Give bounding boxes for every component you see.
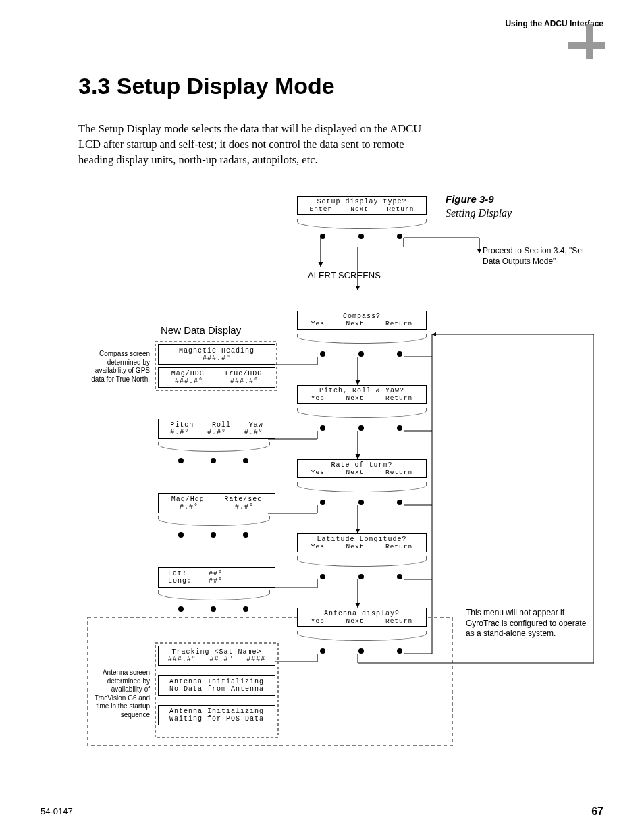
lcd-setup-btn-next: Next bbox=[350, 205, 369, 213]
lcd-compass-dots bbox=[304, 351, 419, 357]
lcd-latlon-return: Return bbox=[385, 543, 412, 550]
box-pry-dots bbox=[165, 458, 262, 463]
lcd-antenna-yes: Yes bbox=[311, 617, 325, 625]
tracking-v3: #### bbox=[246, 656, 265, 663]
box-tracking: Tracking <Sat Name> ###.#° ##.#° #### bbox=[158, 646, 275, 666]
lcd-rot-yes: Yes bbox=[311, 469, 325, 476]
box-rot-dots bbox=[165, 532, 262, 538]
lon-label: Long: bbox=[161, 577, 209, 585]
init1-l2: No Data from Antenna bbox=[161, 685, 272, 693]
dot bbox=[397, 500, 402, 505]
lcd-setup-btn-return: Return bbox=[387, 205, 414, 213]
lcd-latlon: Latitude Longitude? Yes Next Return bbox=[297, 533, 427, 552]
dot bbox=[358, 648, 364, 654]
init2-l1: Antenna Initializing bbox=[161, 708, 272, 715]
lcd-antenna-next: Next bbox=[346, 617, 365, 625]
dot bbox=[243, 606, 248, 612]
lcd-compass: Compass? Yes Next Return bbox=[297, 311, 427, 330]
lcd-setup-btn-enter: Enter bbox=[310, 205, 333, 213]
dot bbox=[358, 574, 364, 579]
header-cross-mark bbox=[570, 34, 603, 68]
lcd-pry: Pitch, Roll & Yaw? Yes Next Return bbox=[297, 385, 427, 404]
lcd-compass-q: Compass? bbox=[298, 311, 426, 320]
lcd-setup-question: Setup display type? bbox=[298, 197, 426, 205]
pry-h2: Roll bbox=[212, 421, 231, 429]
lcd-rot-next: Next bbox=[346, 469, 365, 476]
lcd-setup-dots bbox=[304, 234, 419, 239]
dot bbox=[320, 234, 325, 239]
maghdg-v1: ###.#° bbox=[175, 377, 203, 385]
dot bbox=[178, 606, 184, 612]
maghdg-h1: Mag/HDG bbox=[171, 370, 205, 377]
rot-v1: #.#° bbox=[180, 503, 198, 511]
lcd-compass-return: Return bbox=[385, 320, 412, 328]
init1-l1: Antenna Initializing bbox=[161, 678, 272, 685]
lcd-pry-yes: Yes bbox=[311, 394, 325, 402]
dot bbox=[397, 648, 402, 654]
intro-paragraph: The Setup Display mode selects the data … bbox=[78, 121, 429, 167]
dot bbox=[320, 574, 325, 579]
lcd-antenna-dots bbox=[304, 648, 419, 654]
flowchart-diagram: Setup display type? Enter Next Return AL… bbox=[68, 189, 594, 756]
pry-h1: Pitch bbox=[170, 421, 194, 429]
dot bbox=[320, 425, 325, 431]
dot bbox=[211, 458, 216, 463]
dot bbox=[397, 234, 402, 239]
mag-heading-l2: ###.#° bbox=[161, 355, 272, 362]
lcd-latlon-next: Next bbox=[346, 543, 365, 550]
lcd-antenna-return: Return bbox=[385, 617, 412, 625]
lat-label: Lat: bbox=[161, 570, 209, 577]
lcd-setup: Setup display type? Enter Next Return bbox=[297, 196, 427, 215]
dot bbox=[243, 458, 248, 463]
dot bbox=[358, 500, 364, 505]
lcd-latlon-yes: Yes bbox=[311, 543, 325, 550]
dot bbox=[320, 648, 325, 654]
box-pry: Pitch Roll Yaw #.#° #.#° #.#° bbox=[158, 419, 275, 439]
box-mag-true-hdg: Mag/HDG True/HDG ###.#° ###.#° bbox=[158, 367, 275, 388]
mag-heading-l1: Magnetic Heading bbox=[161, 347, 272, 355]
dot bbox=[358, 425, 364, 431]
dot bbox=[397, 574, 402, 579]
box-antenna-init-2: Antenna Initializing Waiting for POS Dat… bbox=[158, 705, 275, 725]
box-latlon: Lat: ##° Long: ##° bbox=[158, 567, 275, 588]
lcd-latlon-dots bbox=[304, 574, 419, 579]
section-title: 3.3 Setup Display Mode bbox=[78, 73, 335, 99]
lcd-rot-return: Return bbox=[385, 469, 412, 476]
lcd-pry-dots bbox=[304, 425, 419, 431]
lcd-antenna-q: Antenna display? bbox=[298, 608, 426, 617]
maghdg-h2: True/HDG bbox=[224, 370, 262, 377]
lcd-pry-q: Pitch, Roll & Yaw? bbox=[298, 386, 426, 394]
pry-v3: #.#° bbox=[244, 429, 263, 436]
box-magnetic-heading: Magnetic Heading ###.#° bbox=[158, 344, 275, 365]
lat-value: ##° bbox=[209, 570, 223, 577]
lcd-pry-next: Next bbox=[346, 394, 365, 402]
lcd-rot-q: Rate of turn? bbox=[298, 460, 426, 469]
tracking-l1: Tracking <Sat Name> bbox=[161, 648, 272, 656]
tracking-v2: ##.#° bbox=[209, 656, 233, 663]
lcd-pry-return: Return bbox=[385, 394, 412, 402]
lcd-rot: Rate of turn? Yes Next Return bbox=[297, 459, 427, 478]
dot bbox=[243, 532, 248, 538]
lcd-rot-dots bbox=[304, 500, 419, 505]
lcd-antenna: Antenna display? Yes Next Return bbox=[297, 608, 427, 627]
dot bbox=[397, 351, 402, 357]
rot-v2: #.#° bbox=[235, 503, 254, 511]
tracking-v1: ###.#° bbox=[168, 656, 196, 663]
init2-l2: Waiting for POS Data bbox=[161, 715, 272, 723]
maghdg-v2: ###.#° bbox=[230, 377, 259, 385]
rot-h1: Mag/Hdg bbox=[171, 496, 205, 503]
dot bbox=[211, 532, 216, 538]
pry-h3: Yaw bbox=[249, 421, 263, 429]
dot bbox=[358, 234, 364, 239]
lcd-compass-next: Next bbox=[346, 320, 365, 328]
rot-h2: Rate/sec bbox=[224, 496, 262, 503]
doc-number: 54-0147 bbox=[41, 806, 73, 816]
box-rot: Mag/Hdg Rate/sec #.#° #.#° bbox=[158, 493, 275, 513]
box-latlon-dots bbox=[165, 606, 262, 612]
dot bbox=[358, 351, 364, 357]
dot bbox=[211, 606, 216, 612]
lon-value: ##° bbox=[209, 577, 223, 585]
box-antenna-init-1: Antenna Initializing No Data from Antenn… bbox=[158, 675, 275, 696]
lcd-compass-yes: Yes bbox=[311, 320, 325, 328]
pry-v2: #.#° bbox=[207, 429, 226, 436]
